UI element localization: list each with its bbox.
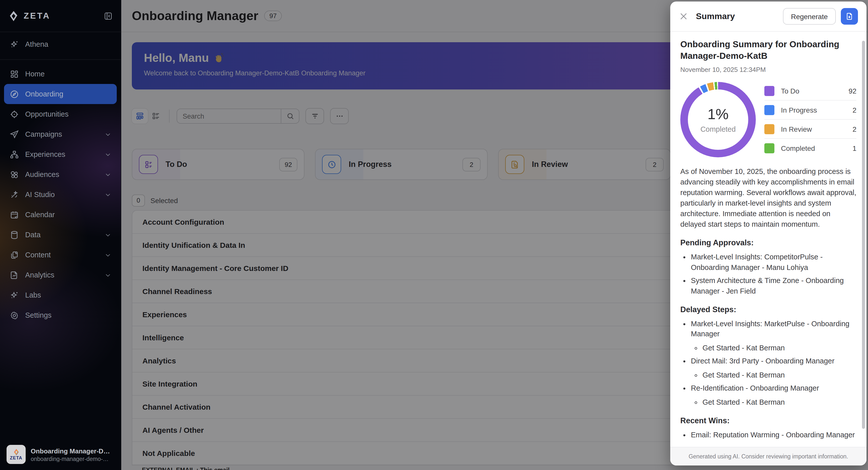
calendar-icon [9, 210, 19, 220]
delayed-substep: Get Started - Kat Berman [703, 343, 857, 353]
close-icon[interactable] [679, 11, 688, 21]
summary-doc-title: Onboarding Summary for Onboarding Manage… [680, 39, 857, 62]
legend-row-completed: Completed 1 [764, 139, 857, 157]
summary-timestamp: November 10, 2025 12:34PM [680, 66, 857, 73]
account-org: onboarding-manager-demo-… [31, 456, 110, 462]
zeta-logo-icon [8, 10, 19, 21]
chart-legend: To Do 92 In Progress 2 In Review 2 [764, 81, 857, 157]
download-summary-button[interactable] [841, 8, 858, 25]
chevron-down-icon [105, 272, 111, 278]
delayed-step-item: Re-Identification - Onboarding Manager G… [691, 383, 857, 407]
status-chart: 1% Completed To Do 92 In Progress 2 [680, 81, 857, 157]
database-icon [9, 230, 19, 239]
donut-center-label: Completed [701, 125, 736, 133]
delayed-steps-heading: Delayed Steps: [680, 305, 857, 314]
summary-body: Onboarding Summary for Onboarding Manage… [670, 31, 867, 447]
pages-icon [9, 250, 19, 260]
sidebar-item-labs[interactable]: Labs [4, 285, 117, 305]
home-grid-icon [9, 69, 19, 79]
sidebar-item-onboarding[interactable]: Onboarding [4, 84, 117, 104]
sitemap-icon [9, 149, 19, 159]
sidebar-item-label: Home [25, 70, 44, 78]
sidebar-item-experiences[interactable]: Experiences [4, 144, 117, 164]
recent-wins-list: Email: Reputation Warming - Onboarding M… [680, 430, 857, 440]
panel-title: Summary [696, 11, 735, 21]
todo-swatch [764, 86, 774, 96]
regenerate-button[interactable]: Regenerate [783, 8, 836, 25]
sparkles-icon [9, 290, 19, 300]
delayed-steps-list: Market-Level Insights: MarketPulse - Onb… [680, 318, 857, 407]
delayed-substep: Get Started - Kat Berman [703, 370, 857, 380]
account-name: Onboarding Manager-D… [31, 447, 110, 455]
sidebar-item-ai-studio[interactable]: AI Studio [4, 184, 117, 205]
chevron-down-icon [105, 131, 111, 137]
file-download-icon [845, 12, 854, 21]
sidebar-item-analytics[interactable]: Analytics [4, 265, 117, 285]
sidebar-item-label: Audiences [25, 170, 59, 178]
legend-row-in-progress: In Progress 2 [764, 101, 857, 120]
send-icon [9, 129, 19, 139]
avatar-zeta-text: ZETA [10, 456, 22, 460]
wand-sparkle-icon [9, 190, 19, 199]
completion-donut-chart: 1% Completed [680, 82, 756, 157]
zeta-logo-text: ZETA [24, 11, 50, 21]
sidebar-item-label: Labs [25, 291, 41, 299]
pending-approvals-heading: Pending Approvals: [680, 238, 857, 247]
donut-center-value: 1% [708, 106, 728, 123]
legend-row-in-review: In Review 2 [764, 120, 857, 139]
sparkles-icon [9, 39, 19, 49]
summary-paragraph: As of November 10, 2025, the onboarding … [680, 166, 857, 230]
chevron-down-icon [105, 232, 111, 238]
in-progress-swatch [764, 105, 774, 115]
chevron-down-icon [105, 151, 111, 158]
chevron-down-icon [105, 251, 111, 258]
sidebar-nav: Home Onboarding Opportunities Campaigns [0, 60, 121, 325]
sidebar-item-content[interactable]: Content [4, 245, 117, 265]
sidebar-item-label: Calendar [25, 211, 55, 219]
summary-panel-header: Summary Regenerate [670, 1, 867, 32]
sidebar-item-label: Settings [25, 311, 52, 319]
target-icon [9, 109, 19, 119]
shapes-icon [9, 170, 19, 179]
sidebar-item-label: AI Studio [25, 191, 55, 199]
account-switcher[interactable]: ZETA Onboarding Manager-D… onboarding-ma… [0, 439, 121, 470]
sidebar-item-data[interactable]: Data [4, 225, 117, 245]
panel-scrollbar[interactable] [862, 41, 865, 429]
recent-win-item: Email: Reputation Warming - Onboarding M… [691, 430, 857, 440]
sidebar-item-opportunities[interactable]: Opportunities [4, 104, 117, 124]
recent-wins-heading: Recent Wins: [680, 416, 857, 425]
sidebar-item-settings[interactable]: Settings [4, 305, 117, 325]
sidebar-item-label: Campaigns [25, 130, 62, 138]
chevron-down-icon [105, 191, 111, 198]
sidebar-item-label: Content [25, 251, 51, 259]
delayed-substep: Get Started - Kat Berman [703, 397, 857, 407]
compass-icon [9, 89, 19, 99]
summary-panel: Summary Regenerate Onboarding Summary fo… [670, 1, 867, 466]
pending-approvals-list: Market-Level Insights: CompetitorPulse -… [680, 252, 857, 297]
delayed-step-item: Market-Level Insights: MarketPulse - Onb… [691, 318, 857, 353]
file-chart-icon [9, 270, 19, 280]
sidebar-item-athena[interactable]: Athena [4, 34, 117, 54]
gear-icon [9, 310, 19, 320]
sidebar-item-label: Analytics [25, 271, 54, 279]
ai-disclaimer: Generated using AI. Consider reviewing i… [670, 447, 867, 466]
zeta-avatar: ZETA [6, 445, 26, 464]
delayed-step-item: Direct Mail: 3rd Party - Onboarding Mana… [691, 356, 857, 380]
sidebar-item-calendar[interactable]: Calendar [4, 205, 117, 225]
pending-approval-item: Market-Level Insights: CompetitorPulse -… [691, 252, 857, 273]
sidebar: ZETA Athena Home [0, 0, 121, 470]
pending-approval-item: System Architecture & Time Zone - Onboar… [691, 276, 857, 296]
sidebar-item-label: Data [25, 231, 40, 239]
sidebar-item-label: Onboarding [25, 90, 63, 98]
sidebar-item-audiences[interactable]: Audiences [4, 164, 117, 184]
sidebar-item-campaigns[interactable]: Campaigns [4, 124, 117, 144]
sidebar-header: ZETA [0, 0, 121, 32]
sidebar-item-label: Experiences [25, 150, 65, 158]
sidebar-item-label: Opportunities [25, 110, 69, 118]
chevron-down-icon [105, 171, 111, 178]
app-root: ZETA Athena Home [0, 0, 868, 470]
sidebar-collapse-icon[interactable] [104, 11, 113, 20]
sidebar-item-home[interactable]: Home [4, 64, 117, 84]
legend-row-todo: To Do 92 [764, 81, 857, 101]
in-review-swatch [764, 124, 774, 134]
